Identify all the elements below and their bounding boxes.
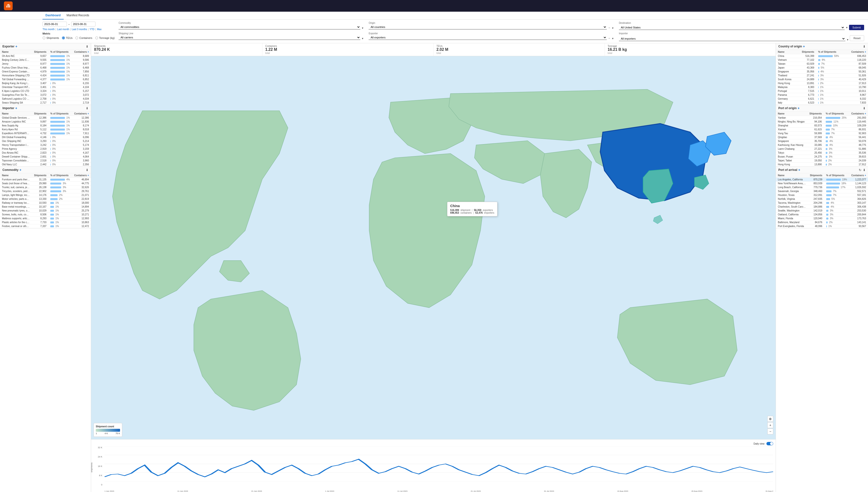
table-row[interactable]: Mattress supports; article... 8,293 1% 1… (0, 217, 91, 220)
table-row[interactable]: Topocean Consolidation ... 2,518 0% 3,96… (0, 159, 91, 163)
metric-shipments[interactable]: Shipments (43, 36, 59, 40)
table-row[interactable]: Global Etrade Services INC 12,386 1% 12,… (0, 116, 91, 120)
map-zoom-in-btn[interactable]: + (767, 422, 773, 428)
table-row[interactable]: Kaohsiung; Kao Hsiung 33,085 4% 48,775 (776, 143, 868, 147)
table-row[interactable]: Hong Kong 13,890 2% 17,912 (776, 163, 868, 167)
table-row[interactable]: Panama 6,773 1% 8,967 (776, 93, 868, 97)
table-row[interactable]: Thailand 27,241 3% 51,926 (776, 74, 868, 77)
table-row[interactable]: Baltimore, Maryland 84,676 2% 143,141 (776, 220, 868, 224)
table-row[interactable]: Savannah, Georgia 348,460 7% 552,571 (776, 189, 868, 193)
map-zoom-out-btn[interactable]: − (767, 428, 773, 435)
country-add-btn[interactable]: + (803, 45, 805, 48)
metric-tonnage[interactable]: Tonnage (kg) (95, 36, 115, 40)
table-row[interactable]: South Korea 24,889 3% 40,429 (776, 77, 868, 81)
table-row[interactable]: Prime Agency 2,919 0% 3,159 (0, 147, 91, 151)
table-row[interactable]: Laem Chabang 27,221 3% 51,886 (776, 147, 868, 151)
table-row[interactable]: Orientstar Transport INT... 3,401 0% 4,1… (0, 85, 91, 89)
date-from-input[interactable] (43, 22, 67, 26)
table-row[interactable]: China 516,399 59% 696,453 (776, 54, 868, 58)
table-row[interactable]: Tacoma, Washington 204,296 4% 303,147 (776, 201, 868, 205)
table-row[interactable]: Beijing Century Joho Co... 9,555 1% 9,58… (0, 58, 91, 62)
table-row[interactable]: Singapore 35,956 4% 50,361 (776, 70, 868, 74)
table-row[interactable]: Dewell Container Shippin... 2,601 0% 4,0… (0, 155, 91, 159)
table-row[interactable]: Lamps, light fittings; inclu... 14,176 2… (0, 193, 91, 197)
table-row[interactable]: Xiamen 61,615 7% 86,931 (776, 128, 868, 131)
destination-select[interactable]: All United States (619, 25, 845, 30)
table-row[interactable]: Seats (not those of headi... 29,990 3% 4… (0, 181, 91, 186)
shortcut-last-month[interactable]: Last month (57, 28, 69, 31)
table-row[interactable]: Old Navy LLC 2,442 0% 2,356 (0, 163, 91, 167)
table-row[interactable]: K Apex Logistics CO LTD 3,324 0% 5,157 (0, 89, 91, 93)
table-row[interactable]: Railway or tramway loco... 10,593 1% 18,… (0, 201, 91, 205)
table-row[interactable]: Houston, Texas 312,091 7% 557,181 (776, 193, 868, 197)
map-crosshair-btn[interactable]: ⊕ (767, 416, 773, 422)
table-row[interactable]: Los Angeles, California 870,239 19% 1,22… (776, 178, 868, 181)
table-row[interactable]: Qingdao 37,569 4% 56,441 (776, 136, 868, 139)
table-row[interactable]: Kerry Apex Rd 5,112 1% 8,018 (0, 128, 91, 131)
table-row[interactable]: Fuzhou Chen Shuo Imp... 6,468 1% 6,468 (0, 66, 91, 70)
tab-manifest[interactable]: Manifest Records (64, 12, 92, 20)
table-row[interactable]: Charleston, South Carolina 184,886 4% 30… (776, 205, 868, 209)
table-row[interactable]: Festive, carnival or other ... 7,337 1% … (0, 224, 91, 228)
table-row[interactable]: Tokyo 25,456 3% 35,536 (776, 151, 868, 155)
table-row[interactable]: Jenny 8,977 1% 8,977 (0, 62, 91, 66)
metric-teus[interactable]: TEUs (62, 36, 73, 40)
origin-select[interactable]: All countries (368, 25, 607, 29)
table-row[interactable]: Dsv Airsea INC 2,823 0% 4,167 (0, 151, 91, 155)
port-arrival-add-btn[interactable]: + (798, 168, 800, 172)
table-row[interactable]: Ikea Supply Ag 8,184 1% 8,174 (0, 124, 91, 128)
table-row[interactable]: Furniture and parts there... 31,135 4% 4… (0, 178, 91, 181)
table-row[interactable]: Toll Global Forwarding Pvt 4,377 1% 6,85… (0, 77, 91, 81)
table-row[interactable]: Shanghai 83,573 10% 109,209 (776, 124, 868, 128)
importer-download-btn[interactable]: ⬇ (86, 106, 88, 110)
table-row[interactable]: Malaysia 8,383 1% 13,790 (776, 85, 868, 89)
table-row[interactable]: Yantian 216,054 25% 291,093 (776, 116, 868, 120)
daily-toggle[interactable] (766, 442, 773, 445)
table-row[interactable]: Norfolk, Virginia 247,835 5% 364,826 (776, 197, 868, 201)
exporter-select[interactable]: All exporters (368, 35, 607, 40)
table-row[interactable]: Busan; Pusan 24,275 3% 39,815 (776, 155, 868, 159)
importer-add-btn[interactable]: + (15, 106, 17, 110)
table-row[interactable]: Screws, bolts, nuts, coac... 8,506 1% 10… (0, 213, 91, 217)
table-row[interactable]: Japan 43,369 5% 68,045 (776, 66, 868, 70)
table-row[interactable]: Hecny Transportation IN... 3,242 0% 5,17… (0, 143, 91, 147)
table-row[interactable]: Expeditors INTERNATIO... 4,732 1% 7,911 (0, 131, 91, 136)
date-to-input[interactable] (71, 22, 96, 26)
table-row[interactable]: Motor vehicles; parts and ... 13,330 2% … (0, 197, 91, 201)
table-row[interactable]: Ningbo; Ning Bo; Ningpo 94,106 11% 119,4… (776, 120, 868, 124)
table-row[interactable]: Singapore 35,706 4% 50,078 (776, 139, 868, 143)
table-row[interactable]: Base metal mountings, fit... 10,167 1% 1… (0, 205, 91, 209)
table-row[interactable]: Honourlane Shipping LTD 4,424 1% 6,811 (0, 74, 91, 77)
shortcut-max[interactable]: Max (97, 28, 102, 31)
table-row[interactable]: Taiwan 63,929 7% 87,509 (776, 62, 868, 66)
tab-dashboard[interactable]: Dashboard (43, 12, 64, 20)
reset-button[interactable]: Reset (850, 35, 864, 41)
commodity-add-btn[interactable]: + (20, 168, 21, 172)
shipping-line-select[interactable]: All carriers (119, 35, 360, 40)
shortcut-this-month[interactable]: This month (43, 28, 54, 31)
table-row[interactable]: Seaco Shipping SA 2,717 0% 2,719 (0, 101, 91, 105)
shortcut-last-3months[interactable]: Last 3 months (72, 28, 87, 31)
commodity-download-btn[interactable]: ⬇ (86, 168, 88, 172)
table-row[interactable]: Plastic articles for the co... 7,733 1% … (0, 220, 91, 224)
exporter-add-btn[interactable]: + (15, 45, 17, 48)
table-row[interactable]: Tricycles, scooters, pedal... 22,902 3% … (0, 189, 91, 193)
table-row[interactable]: Port Everglades, Florida 48,996 1% 93,56… (776, 224, 868, 228)
port-arrival-refresh-btn[interactable]: ↻ (859, 168, 862, 172)
table-row[interactable]: Oh Ami INC 9,657 1% 8,689 (0, 54, 91, 58)
port-origin-add-btn[interactable]: + (797, 106, 799, 110)
table-row[interactable]: Safround Logistics CO L... 2,758 0% 4,03… (0, 97, 91, 101)
table-row[interactable]: Vung Tau 59,999 7% 92,903 (776, 131, 868, 136)
table-row[interactable]: Beijing Kang Jie Kong I... 3,407 0% 6,15… (0, 81, 91, 85)
importer-select[interactable]: All importers (619, 36, 846, 41)
table-row[interactable]: Vietnam 77,102 9% 118,220 (776, 58, 868, 62)
table-row[interactable]: Miami, Florida 120,940 3% 173,763 (776, 217, 868, 220)
table-row[interactable]: Portugal 7,515 1% 10,011 (776, 89, 868, 93)
table-row[interactable]: Amazon Logistics INC 9,897 1% 11,936 (0, 120, 91, 124)
port-arrival-download-btn[interactable]: ⬇ (863, 168, 866, 172)
exporter-download-btn[interactable]: ⬇ (86, 45, 88, 48)
table-row[interactable]: Long Beach, California 779,736 17% 1,026… (776, 186, 868, 189)
table-row[interactable]: Seattle, Washington 142,019 3% 253,530 (776, 209, 868, 213)
table-row[interactable]: Trunks; suit, camera, jew... 26,138 3% 3… (0, 186, 91, 189)
table-row[interactable]: Germany 6,621 1% 8,332 (776, 97, 868, 101)
